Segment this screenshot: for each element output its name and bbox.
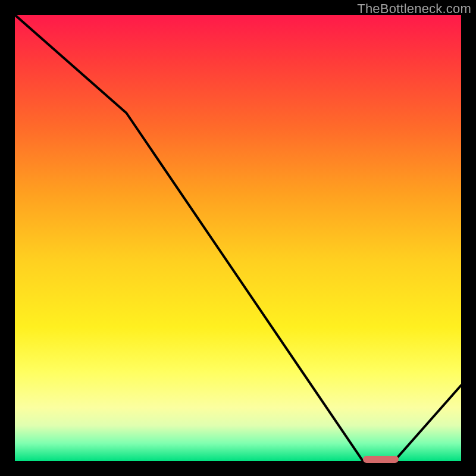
curve-path	[15, 15, 461, 461]
bottleneck-line	[15, 15, 461, 461]
watermark-text: TheBottleneck.com	[357, 1, 471, 17]
chart-container: TheBottleneck.com	[0, 0, 476, 476]
optimal-range-marker	[363, 456, 399, 463]
plot-area	[15, 15, 461, 461]
